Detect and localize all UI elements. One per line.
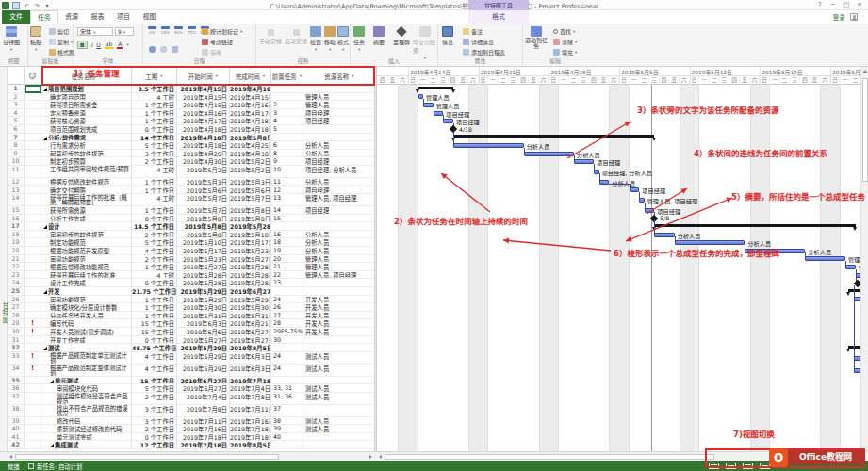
ribbon-collapse-icon[interactable]: ˄ [862,15,864,20]
task-name-cell[interactable]: 单元测试完成 [41,433,132,442]
resource-cell[interactable]: 分析人员 [303,247,375,255]
start-date-cell[interactable]: 2019年6月6日 [177,328,230,336]
row-number[interactable]: 12 [8,178,25,187]
predecessor-cell[interactable]: 40 [271,433,303,442]
table-row[interactable]: 41单元测试完成0 个工作日2019年7月18日2019年7月18日40 [8,433,375,442]
task-name-cell[interactable]: 开发工作完成 [41,336,132,345]
task-name-cell[interactable]: 找出不符合产品规范的错误情况 [41,405,132,417]
start-date-cell[interactable]: 2019年5月10日 [177,238,230,247]
row-number[interactable]: 26 [8,296,25,304]
row-number[interactable]: 1 [8,85,25,93]
task-name-cell[interactable]: 修改代码 [41,417,132,426]
table-row[interactable]: 9起草初步的软件规范3 个工作日2019年4月25日2019年4月30日8分析人… [8,150,375,158]
row-number[interactable]: 13 [8,187,25,195]
save-icon[interactable] [12,2,20,9]
resource-cell[interactable]: 开发人员 [303,319,375,328]
task-name-cell[interactable]: 工作组共同审阅软件规范/预算 [41,166,132,178]
indicator-cell[interactable] [25,441,41,449]
clear-button[interactable]: 清除▾ [553,38,577,46]
table-row[interactable]: 35单元测试15 个工作日2019年6月27日2019年7月18日 [8,377,375,385]
indicator-cell[interactable] [25,109,41,118]
resource-cell[interactable] [303,377,375,385]
start-date-cell[interactable]: 2019年5月28日 [177,271,230,280]
indicator-cell[interactable] [25,206,41,215]
find-button[interactable]: 查找▾ [553,27,575,36]
avatar-icon[interactable] [850,13,858,21]
duration-cell[interactable]: 2 个工作日 [132,393,177,405]
indicator-cell[interactable] [25,263,41,271]
duration-cell[interactable]: 1 个工作日 [132,187,177,195]
finish-date-cell[interactable]: 2019年7月18日 [230,433,271,442]
finish-date-cell[interactable]: 2019年5月28日 [230,279,271,287]
row-number[interactable]: 3 [8,101,25,109]
table-row[interactable]: 21审阅功能规范2 个工作日2019年5月23日2019年5月27日20管理人员 [8,255,375,264]
resource-cell[interactable]: 测试人员 [303,417,375,426]
table-row[interactable]: 15获得所需资源1 个工作日2019年5月7日2019年5月8日14项目经理 [8,206,375,215]
table-row[interactable]: 28分派任务给开发人员1 个工作日2019年5月31日2019年5月31日27开… [8,312,375,320]
resource-cell[interactable]: 分析人员 [303,238,375,247]
indicator-cell[interactable] [25,312,41,320]
table-row[interactable]: 33!根据产品规范制定单元测试计划4 个工作日2019年5月29日2019年6月… [8,352,375,365]
start-date-cell[interactable]: 2019年5月29日 [177,296,230,304]
start-date-cell[interactable]: 2019年5月27日 [177,263,230,271]
start-date-cell[interactable]: 2019年7月4日 [177,393,230,405]
finish-date-cell[interactable]: 2019年5月2日 [230,166,271,178]
predecessor-cell[interactable]: 33, 31 [271,384,303,393]
duration-cell[interactable]: 21.75 个工作日 [132,287,177,296]
table-row[interactable]: 29!编写代码15 个工作日2019年6月3日2019年6月21日28开发人员 [8,319,375,328]
predecessor-cell[interactable]: 8 [271,150,303,158]
indicator-cell[interactable] [25,425,41,433]
insert-deliverable-button[interactable]: 可交付结果▾ [413,26,437,60]
finish-date-cell[interactable]: 2019年5月7日 [230,194,271,206]
resource-cell[interactable]: 管理人员 [303,263,375,271]
predecessor-cell[interactable]: 5 [271,125,303,134]
manual-schedule-button[interactable]: 手动安排 [259,29,282,45]
predecessor-cell[interactable]: 23 [271,279,303,287]
finish-date-cell[interactable]: 2019年7月16日 [230,417,271,426]
predecessor-cell[interactable] [271,134,303,142]
row-number[interactable]: 42 [8,441,25,449]
resource-cell[interactable]: 测试人员 [303,384,375,393]
duration-cell[interactable]: 3.5 个工作日 [132,85,177,93]
task-name-cell[interactable]: 分析/软件需求 [41,134,132,142]
duration-cell[interactable]: 0 个工作日 [132,125,177,134]
finish-date-cell[interactable]: 2019年8月5日 [230,441,271,449]
start-date-cell[interactable]: 2019年4月15日 [177,85,230,93]
duration-cell[interactable]: 1 个工作日 [132,109,177,118]
task-name-cell[interactable]: 制定功能规范 [41,238,132,247]
table-row[interactable]: 38找出不符合产品规范的错误情况3 个工作日2019年7月8日2019年7月11… [8,405,375,417]
resource-cell[interactable] [303,134,375,142]
task-bar[interactable] [805,256,845,261]
row-number[interactable]: 8 [8,141,25,150]
table-row[interactable]: 2确定项目范围4 工时2019年4月15日2019年4月15日管理人员 [8,93,375,102]
split-task-icon[interactable] [172,46,178,53]
row-number[interactable]: 32 [8,344,25,352]
resource-cell[interactable]: 开发人员 [303,296,375,304]
resource-cell[interactable] [303,85,375,93]
task-name-cell[interactable]: 设计 [41,222,132,231]
task-name-cell[interactable]: 确定模块化/分层设计参数 [41,303,132,312]
resource-cell[interactable]: 分析人员 [303,178,375,187]
duration-cell[interactable]: 4 个工作日 [132,352,177,365]
table-row[interactable]: 4定义预备资源1 个工作日2019年4月16日2019年4月17日3项目经理 [8,109,375,118]
start-date-cell[interactable]: 2019年5月29日 [177,365,230,377]
indicator-cell[interactable]: ! [25,365,41,377]
vertical-scroll-thumb[interactable] [862,78,868,182]
scroll-right-icon[interactable] [369,455,372,459]
task-bar[interactable] [443,119,453,123]
task-name-cell[interactable]: 制定初步预算 [41,157,132,166]
table-row[interactable]: 22根据反馈修改功能规范1 个工作日2019年5月27日2019年5月28日21… [8,263,375,271]
resource-cell[interactable] [303,279,375,287]
task-name-cell[interactable]: 获得核心资源 [41,117,132,125]
font-color-button[interactable]: A [117,41,123,49]
duration-cell[interactable]: 2 个工作日 [132,425,177,433]
indicator-cell[interactable] [25,141,41,150]
resource-cell[interactable] [303,344,375,352]
task-bar[interactable] [524,152,574,156]
indicator-cell[interactable]: ! [25,319,41,328]
duration-cell[interactable]: 1 个工作日 [132,303,177,312]
finish-date-cell[interactable]: 2019年5月6日 [230,187,271,195]
row-number[interactable]: 34 [8,365,25,377]
notes-button[interactable]: 备注 [463,27,483,36]
duration-cell[interactable]: 4 工时 [132,194,177,206]
